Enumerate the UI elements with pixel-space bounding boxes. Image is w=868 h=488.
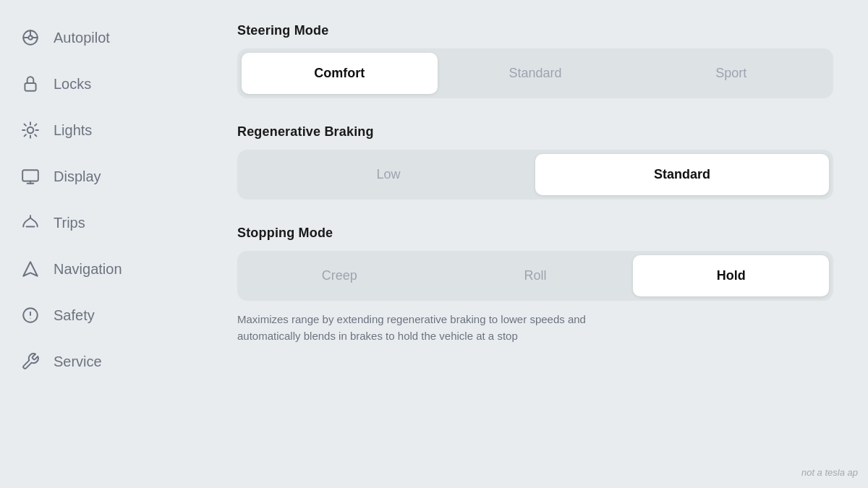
steering-wheel-icon bbox=[20, 27, 41, 48]
sun-icon bbox=[20, 120, 41, 140]
sidebar-item-safety[interactable]: Safety bbox=[0, 292, 203, 338]
sidebar-item-navigation[interactable]: Navigation bbox=[0, 246, 203, 292]
trips-icon bbox=[20, 213, 41, 233]
sidebar-item-locks[interactable]: Locks bbox=[0, 61, 203, 107]
sidebar-item-autopilot-label: Autopilot bbox=[54, 30, 110, 46]
main-content: Steering Mode Comfort Standard Sport Reg… bbox=[203, 0, 868, 488]
service-icon bbox=[20, 351, 41, 372]
sidebar-item-service[interactable]: Service bbox=[0, 338, 203, 385]
steering-sport-button[interactable]: Sport bbox=[633, 53, 829, 94]
steering-standard-button[interactable]: Standard bbox=[438, 53, 634, 94]
svg-rect-5 bbox=[25, 83, 35, 91]
svg-point-21 bbox=[30, 318, 30, 319]
sidebar-item-autopilot[interactable]: Autopilot bbox=[0, 14, 203, 61]
sidebar-item-display-label: Display bbox=[54, 168, 101, 185]
steering-comfort-button[interactable]: Comfort bbox=[242, 53, 438, 94]
sidebar-item-lights-label: Lights bbox=[54, 122, 92, 139]
stopping-mode-section: Stopping Mode Creep Roll Hold Maximizes … bbox=[237, 226, 833, 345]
sidebar-item-lights[interactable]: Lights bbox=[0, 107, 203, 153]
stopping-mode-toggle-group: Creep Roll Hold bbox=[237, 251, 833, 301]
steering-mode-toggle-group: Comfort Standard Sport bbox=[237, 48, 833, 98]
regen-braking-section: Regenerative Braking Low Standard bbox=[237, 124, 833, 200]
sidebar-item-safety-label: Safety bbox=[54, 307, 95, 324]
stopping-roll-button[interactable]: Roll bbox=[438, 255, 634, 296]
safety-icon bbox=[20, 305, 41, 325]
svg-rect-15 bbox=[22, 170, 38, 181]
display-icon bbox=[20, 166, 41, 187]
stopping-creep-button[interactable]: Creep bbox=[242, 255, 438, 296]
steering-mode-label: Steering Mode bbox=[237, 23, 833, 38]
sidebar-item-navigation-label: Navigation bbox=[54, 261, 122, 278]
sidebar-item-display[interactable]: Display bbox=[0, 153, 203, 200]
sidebar-item-trips-label: Trips bbox=[54, 215, 85, 231]
stopping-mode-description: Maximizes range by extending regenerativ… bbox=[237, 311, 613, 345]
stopping-mode-label: Stopping Mode bbox=[237, 226, 833, 241]
svg-line-9 bbox=[25, 124, 26, 126]
sidebar-item-locks-label: Locks bbox=[54, 76, 91, 93]
sidebar-item-trips[interactable]: Trips bbox=[0, 200, 203, 246]
svg-line-13 bbox=[25, 134, 26, 136]
braking-low-button[interactable]: Low bbox=[242, 154, 535, 195]
lock-icon bbox=[20, 74, 41, 94]
steering-mode-section: Steering Mode Comfort Standard Sport bbox=[237, 23, 833, 98]
regen-braking-toggle-group: Low Standard bbox=[237, 150, 833, 200]
navigation-icon bbox=[20, 259, 41, 279]
svg-line-10 bbox=[35, 134, 36, 136]
svg-point-6 bbox=[27, 127, 34, 134]
sidebar: Autopilot Locks Lights bbox=[0, 0, 203, 488]
stopping-hold-button[interactable]: Hold bbox=[633, 255, 829, 296]
svg-marker-18 bbox=[23, 262, 38, 276]
sidebar-item-service-label: Service bbox=[54, 354, 102, 370]
regen-braking-label: Regenerative Braking bbox=[237, 124, 833, 140]
braking-standard-button[interactable]: Standard bbox=[535, 154, 829, 195]
svg-line-14 bbox=[35, 124, 36, 126]
